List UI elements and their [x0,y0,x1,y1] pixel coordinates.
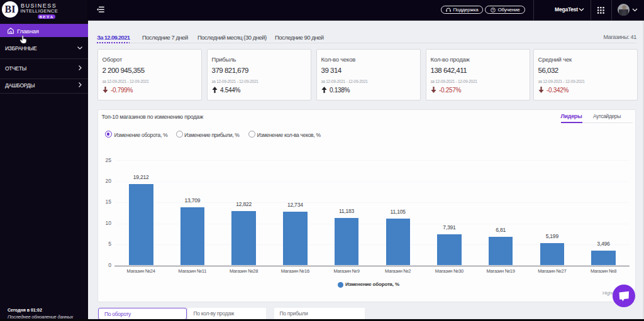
svg-text:?: ? [492,8,494,12]
